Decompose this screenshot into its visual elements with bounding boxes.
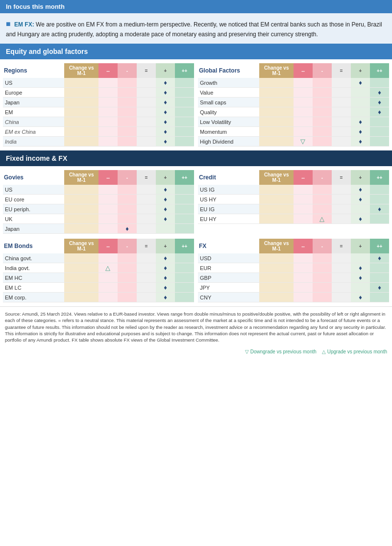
credit-label: Credit (198, 170, 259, 185)
cell-pp (175, 107, 194, 117)
cell-mm (98, 283, 118, 293)
cell-eq (332, 195, 351, 204)
cell-mm (98, 273, 118, 283)
equity-tables: Regions Change vs M-1 -- - = + ++ US♦Eur… (0, 59, 392, 150)
cell-change (64, 88, 98, 98)
in-focus-text: We are positive on EM FX from a medium-t… (6, 21, 382, 38)
cell-m (118, 283, 137, 293)
cell-pp (175, 214, 194, 224)
cell-m (313, 78, 332, 88)
cell-pp: ♦ (370, 204, 389, 214)
legend-down: ▽ Downgrade vs previous month (245, 349, 317, 354)
cell-p: ♦ (351, 117, 370, 127)
cell-mm (98, 293, 118, 302)
govies-label: Govies (3, 170, 64, 185)
cell-eq (137, 283, 156, 293)
cell-eq (137, 273, 156, 283)
cell-eq (137, 214, 156, 224)
cell-pp (175, 224, 194, 234)
cell-pp (370, 137, 389, 147)
row-label: Europe (3, 88, 64, 98)
footnote: Source: Amundi, 25 March 2024. Views rel… (0, 306, 392, 347)
row-label: USD (198, 253, 259, 263)
cell-m (313, 263, 332, 273)
cell-change (64, 107, 98, 117)
cell-mm (98, 195, 118, 204)
cell-m: ♦ (118, 224, 137, 234)
cell-mm (294, 117, 313, 127)
cell-pp (175, 98, 194, 107)
cell-mm (294, 273, 313, 283)
table-row: EU periph.♦ (3, 204, 194, 214)
cell-m (313, 185, 332, 195)
cell-mm (98, 204, 118, 214)
cell-mm (294, 127, 313, 137)
row-label: EU periph. (3, 204, 64, 214)
cell-pp (175, 204, 194, 214)
cell-mm (98, 224, 118, 234)
cell-eq (332, 283, 351, 293)
cell-eq (332, 137, 351, 147)
cell-pp (175, 273, 194, 283)
cell-mm (98, 117, 118, 127)
cell-pp: ♦ (370, 283, 389, 293)
cell-change (259, 283, 294, 293)
cell-p: ♦ (351, 293, 370, 302)
global-col-mm: -- (294, 63, 313, 78)
cell-m (313, 204, 332, 214)
cell-mm (294, 98, 313, 107)
cell-pp (175, 78, 194, 88)
cell-m: △ (313, 214, 332, 224)
cell-change (64, 253, 98, 263)
fixed-income-tables: Govies Change vs M-1 -- - = + ++ US♦EU c… (0, 166, 392, 306)
table-row: Low Volatility♦ (198, 117, 389, 127)
cell-pp (175, 195, 194, 204)
table-row: EM ex China♦ (3, 127, 194, 137)
cell-mm (294, 204, 313, 214)
cell-eq (332, 273, 351, 283)
cell-p: ♦ (351, 195, 370, 204)
cell-change (64, 214, 98, 224)
cell-pp (175, 185, 194, 195)
row-label: US (3, 185, 64, 195)
cell-m (118, 137, 137, 147)
cell-m (313, 98, 332, 107)
cell-change (259, 107, 294, 117)
table-row: India govt.△♦ (3, 263, 194, 273)
cell-p: ♦ (156, 283, 175, 293)
row-label: Quality (198, 107, 259, 117)
table-row: Japan♦ (3, 224, 194, 234)
cell-change (259, 263, 294, 273)
cell-mm (294, 293, 313, 302)
cell-eq (137, 78, 156, 88)
cell-p (351, 253, 370, 263)
cell-eq (137, 195, 156, 204)
cell-mm: △ (98, 263, 118, 273)
col-m: - (118, 63, 137, 78)
table-row: Japan♦ (3, 98, 194, 107)
cell-m (313, 88, 332, 98)
cell-m (118, 117, 137, 127)
table-row: US♦ (3, 185, 194, 195)
cell-m (313, 253, 332, 263)
cell-change (64, 195, 98, 204)
em-bonds-table: EM Bonds Change vs M-1 -- - = + ++ China… (3, 239, 194, 302)
cell-change (259, 127, 294, 137)
global-col-change: Change vs M-1 (259, 63, 294, 78)
regions-table: Regions Change vs M-1 -- - = + ++ US♦Eur… (3, 63, 194, 147)
credit-table: Credit Change vs M-1 -- - = + ++ US IG♦U… (198, 170, 389, 234)
cell-p: ♦ (156, 107, 175, 117)
cell-change (259, 204, 294, 214)
cell-eq (137, 107, 156, 117)
cell-pp (370, 293, 389, 302)
table-row: Quality♦ (198, 107, 389, 117)
cell-eq (137, 137, 156, 147)
fixed-income-header: Fixed income & FX (0, 150, 392, 166)
cell-change (64, 273, 98, 283)
cell-pp (175, 263, 194, 273)
fx-table: FX Change vs M-1 -- - = + ++ USD♦EUR♦GBP… (198, 239, 389, 302)
cell-p: ♦ (156, 98, 175, 107)
row-label: JPY (198, 283, 259, 293)
cell-mm (98, 137, 118, 147)
table-row: High Dividend▽♦ (198, 137, 389, 147)
